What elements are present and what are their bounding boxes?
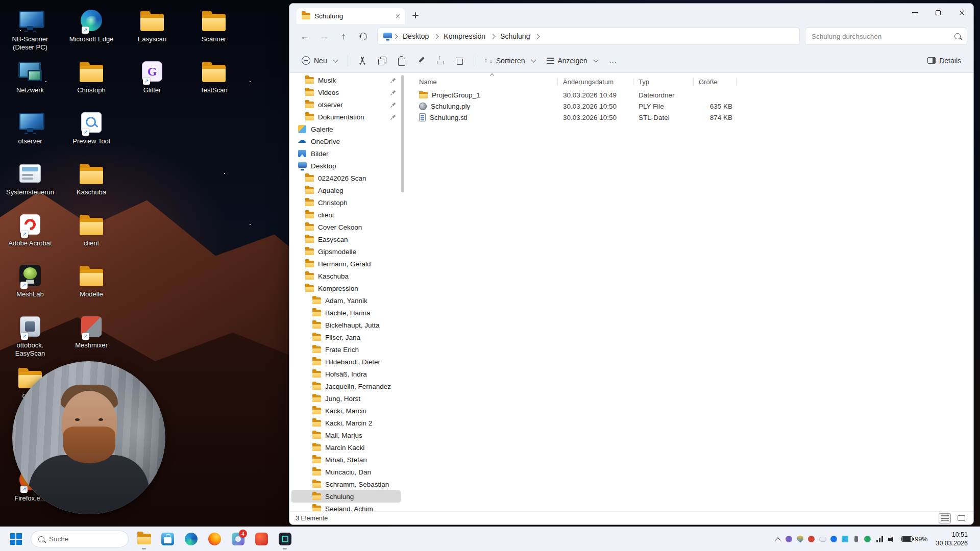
minimize-button[interactable] [903,4,926,22]
explorer-search-input[interactable] [812,33,950,40]
taskbar-app-button[interactable] [133,528,155,550]
chevron-right-icon[interactable] [535,34,540,39]
refresh-button[interactable] [354,27,372,45]
start-button[interactable] [5,529,27,550]
desktop-icon[interactable]: Modelle [67,259,116,310]
taskbar-app-button[interactable]: 4 [227,528,249,550]
sidebar-item[interactable]: Mihali, Stefan [291,454,401,466]
breadcrumb-item[interactable]: Desktop [399,30,439,42]
taskbar-app-button[interactable] [203,528,226,550]
back-button[interactable] [296,27,314,45]
window-titlebar[interactable]: Schulung [289,4,973,24]
sidebar-item[interactable]: 02242026 Scan [291,172,401,184]
desktop-icon[interactable]: Adobe Acrobat [6,208,55,259]
desktop-icon[interactable]: Kaschuba [67,157,116,208]
taskbar-app-button[interactable] [274,528,296,550]
sort-button[interactable]: Sortieren [479,52,541,70]
sidebar-item[interactable]: Cover Cekoon [291,221,401,233]
tray-icon[interactable] [807,535,815,543]
file-row[interactable]: ProjectGroup_1 30.03.2026 10:49 Dateiord… [414,89,973,101]
sidebar-item[interactable]: Musik [291,74,401,86]
sidebar-item[interactable]: Kaschuba [291,270,401,282]
sidebar-item[interactable]: Schulung [291,490,401,503]
sidebar-item[interactable]: OneDrive [291,135,401,147]
desktop-icon[interactable]: Scanner [189,4,238,55]
sidebar-item[interactable]: Muncaciu, Dan [291,466,401,478]
sidebar-item[interactable]: Bilder [291,147,401,160]
desktop-icon[interactable]: Glitter [128,55,177,106]
desktop-icon[interactable]: MeshLab [6,259,55,310]
sidebar-item[interactable]: Galerie [291,123,401,135]
more-options-button[interactable]: … [604,52,622,70]
desktop-icon[interactable]: Netzwerk [6,55,55,106]
file-row[interactable]: Schulung.stl 30.03.2026 10:50 STL-Datei … [414,112,973,123]
desktop-icon[interactable]: ottobock. EasyScan [6,310,55,361]
new-tab-button[interactable] [408,8,423,23]
view-button[interactable]: Anzeigen [542,52,603,70]
forward-button[interactable] [315,27,333,45]
sidebar-item[interactable]: Jacquelin, Fernandez [291,380,401,392]
sidebar-item[interactable]: Christoph [291,196,401,209]
command-button[interactable] [431,52,449,70]
desktop-icon[interactable]: otserver [6,106,55,157]
tray-icon[interactable] [819,535,826,543]
file-name-cell[interactable]: ProjectGroup_1 [414,91,558,99]
sidebar-item[interactable]: Adam, Yannik [291,294,401,307]
column-header[interactable]: Name [414,74,558,89]
taskbar-app-button[interactable] [156,528,179,550]
details-view-button[interactable] [939,513,951,523]
desktop-icon[interactable]: TestScan [189,55,238,106]
breadcrumb-item[interactable]: Schulung [496,30,541,42]
command-button[interactable] [411,52,430,70]
desktop-icon[interactable]: Easyscan [128,4,177,55]
desktop-icon[interactable]: Christoph [67,55,116,106]
sidebar-item[interactable]: Hofsäß, Indra [291,368,401,380]
sidebar-item[interactable]: Hermann, Gerald [291,258,401,270]
tray-icon[interactable] [830,535,838,543]
search-box[interactable] [805,28,967,45]
sidebar-item[interactable]: Schramm, Sebastian [291,478,401,490]
taskbar-app-button[interactable] [250,528,273,550]
breadcrumb-item[interactable]: Kompression [439,30,496,42]
sidebar-item[interactable]: Aqualeg [291,184,401,196]
sidebar-item[interactable]: Kacki, Marcin [291,405,401,417]
sidebar-scrollbar[interactable] [401,75,404,192]
sidebar-item[interactable]: Kacki, Marcin 2 [291,417,401,429]
sidebar-item[interactable]: Mali, Marjus [291,429,401,441]
hidden-icons-chevron-icon[interactable] [775,537,781,543]
sidebar-item[interactable]: client [291,209,401,221]
sidebar-item[interactable]: Videos [291,86,401,98]
command-button[interactable] [450,52,469,70]
breadcrumb-label[interactable]: Desktop [399,30,433,42]
desktop-icon[interactable]: Microsoft Edge [67,4,116,55]
file-name-cell[interactable]: Schulung.stl [414,113,558,121]
new-button[interactable]: Neu [297,52,342,70]
battery-status[interactable]: 99% [901,536,927,543]
up-button[interactable] [334,27,353,45]
sidebar-item[interactable]: otserver [291,98,401,111]
details-pane-button[interactable]: Details [922,52,966,70]
breadcrumb-label[interactable]: Kompression [439,30,489,42]
sidebar-item[interactable]: Marcin Kacki [291,441,401,454]
desktop-icon[interactable]: Preview Tool [67,106,116,157]
close-button[interactable] [950,4,973,22]
tray-icon[interactable] [796,535,804,543]
sidebar-item[interactable]: Easyscan [291,233,401,245]
maximize-button[interactable] [926,4,950,22]
thumbnails-view-button[interactable] [955,513,967,523]
desktop-icon[interactable]: NB-Scanner (Dieser PC) [6,4,55,55]
command-button[interactable] [373,52,391,70]
sidebar-item[interactable]: Filser, Jana [291,331,401,343]
address-bar[interactable]: Desktop Kompression Schulung [377,28,800,45]
desktop-icon[interactable]: Systemsteuerung [6,157,55,208]
file-name-cell[interactable]: Schulung.ply [414,103,558,110]
chevron-right-icon[interactable] [491,34,496,39]
column-header[interactable]: Änderungsdatum [558,74,633,89]
taskbar-app-button[interactable] [180,528,202,550]
tray-icon[interactable] [785,535,793,543]
sidebar-item[interactable]: Desktop [291,160,401,172]
tray-icon[interactable] [841,535,849,543]
sidebar-item[interactable]: Frate Erich [291,343,401,356]
desktop-icon[interactable]: client [67,208,116,259]
taskbar-clock[interactable]: 10:51 30.03.2026 [933,531,971,547]
